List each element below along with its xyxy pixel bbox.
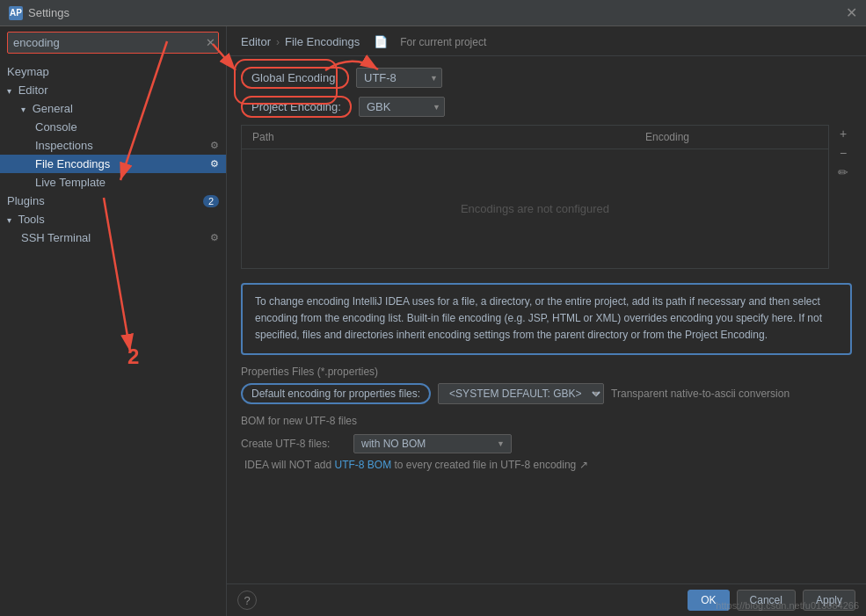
inspections-settings-icon: ⚙ bbox=[210, 140, 219, 151]
properties-row: Default encoding for properties files: <… bbox=[241, 383, 852, 404]
search-box: ✕ bbox=[7, 32, 219, 54]
bom-note: IDEA will NOT add UTF-8 BOM to every cre… bbox=[241, 459, 852, 471]
title-bar: AP Settings ✕ bbox=[0, 0, 866, 26]
sidebar: ✕ Keymap ▾ Editor ▾ General bbox=[0, 26, 227, 616]
table-side-buttons: + − ✏ bbox=[834, 125, 852, 181]
add-encoding-button[interactable]: + bbox=[834, 125, 852, 142]
project-encoding-select-wrapper: GBK UTF-8 ISO-8859-1 bbox=[359, 97, 445, 117]
sidebar-item-plugins[interactable]: Plugins 2 bbox=[0, 192, 226, 210]
global-encoding-label: Global Encoding: bbox=[241, 67, 349, 89]
bom-select-wrapper: with NO BOM with BOM bbox=[353, 434, 512, 453]
project-encoding-label: Project Encoding: bbox=[241, 96, 352, 118]
breadcrumb: Editor › File Encodings 📄 For current pr… bbox=[227, 26, 866, 56]
app-icon: AP bbox=[9, 6, 23, 20]
bom-select[interactable]: with NO BOM with BOM bbox=[353, 434, 512, 453]
sidebar-item-general[interactable]: ▾ General bbox=[0, 99, 226, 118]
info-box: To change encoding IntelliJ IDEA uses fo… bbox=[241, 283, 852, 355]
ssh-settings-icon: ⚙ bbox=[210, 232, 219, 243]
project-encoding-select[interactable]: GBK UTF-8 ISO-8859-1 bbox=[359, 97, 445, 117]
default-encoding-select-wrapper: <SYSTEM DEFAULT: GBK> UTF-8 bbox=[438, 383, 604, 404]
breadcrumb-parent: Editor bbox=[241, 35, 271, 48]
col-encoding: Encoding bbox=[635, 129, 828, 145]
sidebar-item-editor[interactable]: ▾ Editor bbox=[0, 81, 226, 99]
create-utf8-label: Create UTF-8 files: bbox=[241, 438, 346, 450]
breadcrumb-current: File Encodings bbox=[285, 35, 360, 48]
close-button[interactable]: ✕ bbox=[846, 6, 857, 20]
properties-section-title: Properties Files (*.properties) bbox=[241, 366, 852, 378]
file-encodings-settings-icon: ⚙ bbox=[210, 158, 219, 170]
scope-text: For current project bbox=[400, 36, 486, 48]
bom-section: BOM for new UTF-8 files Create UTF-8 fil… bbox=[241, 415, 852, 471]
col-path: Path bbox=[242, 129, 635, 145]
global-encoding-select[interactable]: UTF-8 GBK ISO-8859-1 bbox=[356, 68, 442, 88]
scope-icon: 📄 bbox=[374, 35, 388, 48]
sidebar-item-live-template[interactable]: Live Template bbox=[0, 173, 226, 192]
table-header: Path Encoding bbox=[242, 126, 828, 149]
sidebar-item-file-encodings[interactable]: File Encodings ⚙ bbox=[0, 155, 226, 173]
sidebar-item-inspections[interactable]: Inspections ⚙ bbox=[0, 136, 226, 155]
window-title: Settings bbox=[28, 6, 69, 19]
default-encoding-label: Default encoding for properties files: bbox=[241, 383, 431, 404]
encodings-table-wrapper: Path Encoding Encodings are not configur… bbox=[241, 125, 852, 269]
global-encoding-row: Global Encoding: UTF-8 GBK ISO-8859-1 bbox=[241, 67, 852, 89]
search-clear-icon[interactable]: ✕ bbox=[206, 36, 215, 49]
edit-encoding-button[interactable]: ✏ bbox=[834, 163, 852, 181]
sidebar-item-ssh-terminal[interactable]: SSH Terminal ⚙ bbox=[0, 228, 226, 247]
sidebar-nav: Keymap ▾ Editor ▾ General Console bbox=[0, 59, 226, 616]
watermark: https://blog.csdn.net/u013084266 bbox=[716, 600, 859, 611]
table-empty-message: Encodings are not configured bbox=[242, 149, 828, 268]
bom-title: BOM for new UTF-8 files bbox=[241, 415, 852, 427]
default-encoding-select[interactable]: <SYSTEM DEFAULT: GBK> UTF-8 bbox=[438, 383, 604, 404]
content-area: Editor › File Encodings 📄 For current pr… bbox=[227, 26, 866, 616]
search-input[interactable] bbox=[7, 32, 219, 54]
remove-encoding-button[interactable]: − bbox=[834, 144, 852, 162]
help-button[interactable]: ? bbox=[237, 591, 257, 610]
bom-link: UTF-8 BOM bbox=[334, 459, 391, 471]
global-encoding-select-wrapper: UTF-8 GBK ISO-8859-1 bbox=[356, 68, 442, 88]
plugins-badge: 2 bbox=[203, 195, 219, 207]
tools-collapse-arrow: ▾ bbox=[7, 215, 11, 225]
encodings-table: Path Encoding Encodings are not configur… bbox=[241, 125, 829, 269]
content-body: Global Encoding: UTF-8 GBK ISO-8859-1 Pr… bbox=[227, 56, 866, 583]
sidebar-item-console[interactable]: Console bbox=[0, 118, 226, 136]
sidebar-item-keymap[interactable]: Keymap bbox=[0, 62, 226, 81]
transparent-label: Transparent native-to-ascii conversion bbox=[611, 388, 790, 400]
bom-row: Create UTF-8 files: with NO BOM with BOM bbox=[241, 434, 852, 453]
project-encoding-row: Project Encoding: GBK UTF-8 ISO-8859-1 bbox=[241, 96, 852, 118]
breadcrumb-arrow: › bbox=[276, 36, 280, 48]
general-collapse-arrow: ▾ bbox=[21, 105, 25, 114]
editor-collapse-arrow: ▾ bbox=[7, 86, 11, 96]
sidebar-item-tools[interactable]: ▾ Tools bbox=[0, 210, 226, 228]
